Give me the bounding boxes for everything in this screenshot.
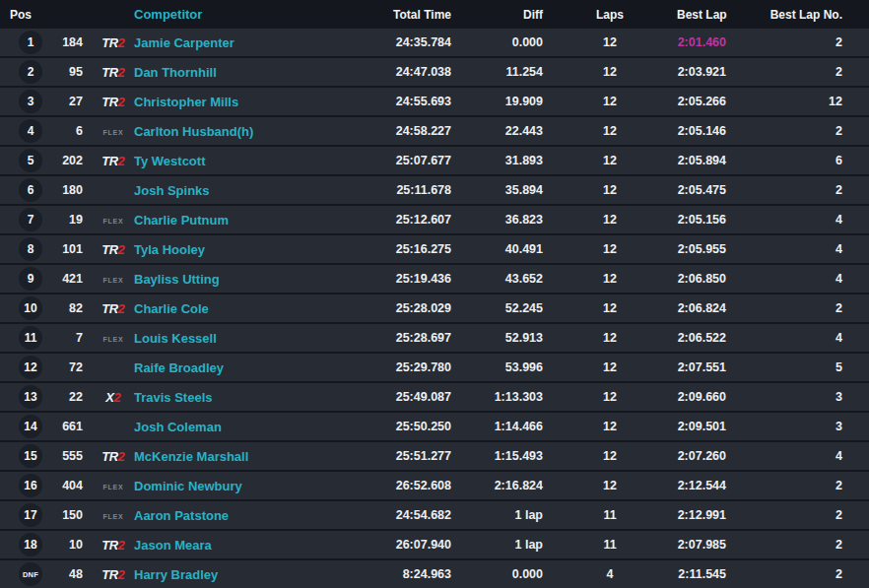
laps-count: 12	[543, 449, 677, 463]
team-logo: FLEX	[83, 331, 134, 345]
table-row[interactable]: 1 184 TR2 Jamie Carpenter 24:35.784 0.00…	[0, 29, 869, 58]
column-header-pos: Pos	[0, 8, 45, 22]
best-lap-time: 2:05.146	[677, 124, 734, 138]
car-number: 72	[45, 360, 83, 374]
diff-value: 31.893	[451, 154, 543, 167]
table-row[interactable]: 10 82 TR2 Charlie Cole 25:28.029 52.245 …	[0, 294, 869, 324]
best-lap-time: 2:03.921	[677, 65, 734, 79]
competitor-name[interactable]: Josh Spinks	[134, 183, 335, 198]
table-row[interactable]: 5 202 TR2 Ty Westcott 25:07.677 31.893 1…	[0, 147, 869, 176]
total-time: 26:52.608	[335, 479, 451, 492]
total-time: 25:50.250	[335, 420, 451, 433]
best-lap-number: 4	[734, 242, 842, 256]
competitor-name[interactable]: Carlton Husband(h)	[134, 124, 335, 139]
position-badge: 18	[19, 533, 42, 556]
competitor-name[interactable]: Harry Bradley	[134, 567, 335, 582]
table-row[interactable]: 8 101 TR2 Tyla Hooley 25:16.275 40.491 1…	[0, 235, 869, 265]
laps-count: 12	[543, 183, 677, 197]
diff-value: 52.913	[451, 331, 543, 345]
car-number: 150	[45, 508, 83, 522]
laps-count: 12	[543, 242, 677, 256]
table-row[interactable]: 13 22 X2 Travis Steels 25:49.087 1:13.30…	[0, 383, 869, 413]
competitor-name[interactable]: Josh Coleman	[134, 420, 335, 434]
table-row[interactable]: 11 7 FLEX Louis Kessell 25:28.697 52.913…	[0, 324, 869, 354]
competitor-name[interactable]: Dominic Newbury	[134, 479, 335, 493]
table-row[interactable]: 18 10 TR2 Jason Meara 26:07.940 1 lap 11…	[0, 531, 869, 560]
best-lap-time: 2:06.522	[677, 331, 734, 345]
competitor-name[interactable]: Jamie Carpenter	[134, 35, 335, 50]
best-lap-time: 2:09.501	[677, 420, 734, 433]
best-lap-number: 4	[734, 272, 842, 286]
competitor-name[interactable]: Travis Steels	[134, 390, 335, 405]
car-number: 22	[45, 390, 83, 404]
total-time: 24:58.227	[335, 124, 451, 138]
car-number: 95	[45, 65, 83, 79]
competitor-name[interactable]: Raife Broadley	[134, 360, 335, 375]
competitor-name[interactable]: Bayliss Utting	[134, 272, 335, 287]
best-lap-number: 5	[734, 360, 842, 374]
diff-value: 19.909	[451, 95, 543, 108]
table-row[interactable]: 17 150 FLEX Aaron Patstone 24:54.682 1 l…	[0, 501, 869, 531]
table-row[interactable]: 14 661 Josh Coleman 25:50.250 1:14.466 1…	[0, 413, 869, 442]
total-time: 24:47.038	[335, 65, 451, 79]
table-row[interactable]: 7 19 FLEX Charlie Putnum 25:12.607 36.82…	[0, 206, 869, 235]
car-number: 7	[45, 331, 83, 345]
competitor-name[interactable]: Tyla Hooley	[134, 242, 335, 257]
diff-value: 52.245	[451, 301, 543, 315]
position-badge: 9	[19, 267, 42, 291]
laps-count: 12	[543, 331, 677, 345]
car-number: 555	[45, 449, 83, 463]
laps-count: 12	[543, 301, 677, 315]
diff-value: 0.000	[451, 35, 543, 49]
table-row[interactable]: 15 555 TR2 McKenzie Marshall 25:51.277 1…	[0, 442, 869, 472]
position-badge: 1	[19, 31, 42, 54]
competitor-name[interactable]: McKenzie Marshall	[134, 449, 335, 464]
car-number: 661	[45, 420, 83, 433]
table-row[interactable]: 12 72 Raife Broadley 25:29.780 53.996 12…	[0, 354, 869, 383]
table-row[interactable]: 2 95 TR2 Dan Thornhill 24:47.038 11.254 …	[0, 58, 869, 88]
laps-count: 12	[543, 124, 677, 138]
best-lap-number: 2	[734, 508, 842, 522]
car-number: 180	[45, 183, 83, 197]
best-lap-time: 2:06.850	[677, 272, 734, 286]
competitor-name[interactable]: Aaron Patstone	[134, 508, 335, 523]
best-lap-time: 2:06.824	[677, 301, 734, 315]
table-row[interactable]: 3 27 TR2 Christopher Mills 24:55.693 19.…	[0, 88, 869, 117]
diff-value: 1:15.493	[451, 449, 543, 463]
best-lap-time: 2:12.544	[677, 479, 734, 492]
laps-count: 4	[543, 567, 677, 581]
table-row[interactable]: 4 6 FLEX Carlton Husband(h) 24:58.227 22…	[0, 117, 869, 147]
table-row[interactable]: 9 421 FLEX Bayliss Utting 25:19.436 43.6…	[0, 265, 869, 294]
table-row[interactable]: 16 404 FLEX Dominic Newbury 26:52.608 2:…	[0, 472, 869, 501]
diff-value: 22.443	[451, 124, 543, 138]
results-table-body: 1 184 TR2 Jamie Carpenter 24:35.784 0.00…	[0, 29, 869, 588]
competitor-name[interactable]: Jason Meara	[134, 538, 335, 553]
best-lap-number: 2	[734, 301, 842, 315]
total-time: 8:24.963	[335, 567, 451, 581]
laps-count: 11	[543, 538, 677, 552]
column-header-total-time: Total Time	[335, 8, 451, 22]
tr2-team-logo: TR2	[83, 567, 134, 582]
car-number: 421	[45, 272, 83, 286]
best-lap-number: 2	[734, 567, 842, 581]
diff-value: 35.894	[451, 183, 543, 197]
diff-value: 43.652	[451, 272, 543, 286]
competitor-name[interactable]: Christopher Mills	[134, 95, 335, 109]
column-header-competitor: Competitor	[134, 7, 335, 22]
best-lap-time: 2:05.156	[677, 213, 734, 227]
competitor-name[interactable]: Louis Kessell	[134, 331, 335, 346]
diff-value: 36.823	[451, 213, 543, 227]
table-row[interactable]: 6 180 Josh Spinks 25:11.678 35.894 12 2:…	[0, 176, 869, 206]
table-row[interactable]: DNF 48 TR2 Harry Bradley 8:24.963 0.000 …	[0, 560, 869, 588]
flex-team-logo: FLEX	[102, 484, 123, 490]
competitor-name[interactable]: Charlie Cole	[134, 301, 335, 316]
laps-count: 12	[543, 420, 677, 433]
competitor-name[interactable]: Charlie Putnum	[134, 213, 335, 228]
diff-value: 11.254	[451, 65, 543, 79]
position-badge: 4	[19, 119, 42, 143]
position-badge: 5	[19, 149, 42, 172]
total-time: 25:07.677	[335, 154, 451, 167]
competitor-name[interactable]: Dan Thornhill	[134, 65, 335, 80]
total-time: 25:28.029	[335, 301, 451, 315]
competitor-name[interactable]: Ty Westcott	[134, 154, 335, 168]
